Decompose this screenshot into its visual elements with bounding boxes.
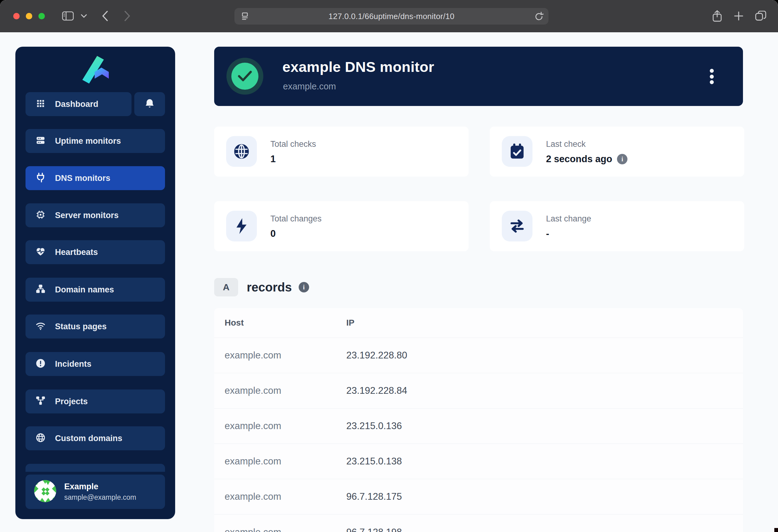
record-type-badge: A <box>214 278 238 296</box>
sidebar-item-label: Dashboard <box>55 99 98 109</box>
ip-cell: 96.7.128.175 <box>346 491 743 502</box>
sidebar-item-label: Server monitors <box>55 211 119 220</box>
host-cell: example.com <box>214 491 346 502</box>
stat-card-last-check: Last check 2 seconds ago i <box>490 126 744 177</box>
browser-toolbar: 127.0.0.1/66uptime/dns-monitor/10 <box>0 0 778 32</box>
user-account-card[interactable]: Example sample@example.com <box>25 474 165 509</box>
reader-icon[interactable] <box>240 11 250 21</box>
browser-window: 127.0.0.1/66uptime/dns-monitor/10 <box>0 0 778 532</box>
info-icon[interactable]: i <box>299 282 309 292</box>
user-email: sample@example.com <box>64 493 136 502</box>
stat-card-total-checks: Total checks 1 <box>214 126 469 177</box>
stat-card-total-changes: Total changes 0 <box>214 201 469 251</box>
zoom-window-button[interactable] <box>38 13 45 19</box>
calendar-check-icon <box>502 136 533 167</box>
records-title: records <box>247 280 292 294</box>
stat-label: Last check <box>546 140 586 149</box>
network-nodes-icon <box>35 395 46 407</box>
sidebar-toggle-icon[interactable] <box>60 8 76 24</box>
ip-cell: 23.192.228.84 <box>346 385 743 396</box>
host-cell: example.com <box>214 456 346 467</box>
sidebar-item-label: Custom domains <box>55 434 122 443</box>
sidebar-item-domain-names[interactable]: Domain names <box>25 278 165 301</box>
sidebar-item-custom-domains[interactable]: Custom domains <box>25 426 165 450</box>
table-header-row: Host IP <box>214 308 743 338</box>
sidebar-item-projects[interactable]: Projects <box>25 389 165 414</box>
back-icon[interactable] <box>98 8 112 24</box>
stat-label: Last change <box>546 214 591 224</box>
table-row: example.com 23.215.0.136 <box>214 409 743 444</box>
monitor-header-card: example DNS monitor example.com <box>214 47 743 106</box>
server-stack-icon <box>35 135 46 147</box>
stat-label: Total changes <box>270 214 322 224</box>
sidebar-item-server-monitors[interactable]: Server monitors <box>25 203 165 227</box>
kebab-menu-icon[interactable] <box>705 67 718 86</box>
stat-label: Total checks <box>270 140 316 149</box>
bolt-icon <box>226 211 257 242</box>
close-window-button[interactable] <box>13 13 20 19</box>
ip-cell: 23.215.0.136 <box>346 421 743 432</box>
address-bar[interactable]: 127.0.0.1/66uptime/dns-monitor/10 <box>234 8 548 24</box>
sidebar-item-label: Domain names <box>55 285 114 294</box>
corner-artifact <box>774 528 778 532</box>
ip-cell: 23.215.0.138 <box>346 456 743 467</box>
stat-card-last-change: Last change - <box>490 201 744 251</box>
heart-pulse-icon <box>35 246 46 258</box>
records-section-header: A records i <box>214 278 309 296</box>
table-row: example.com 23.192.228.84 <box>214 373 743 409</box>
plug-icon <box>35 172 46 184</box>
sidebar-item-heartbeats[interactable]: Heartbeats <box>25 240 165 264</box>
chevron-down-icon[interactable] <box>78 8 89 24</box>
sidebar-item-uptime-monitors[interactable]: Uptime monitors <box>25 129 165 153</box>
table-row: example.com 96.7.128.198 <box>214 515 743 532</box>
tab-overview-icon[interactable] <box>752 8 769 24</box>
ip-cell: 23.192.228.80 <box>346 350 743 361</box>
sidebar-item-clipped[interactable] <box>25 464 165 472</box>
host-cell: example.com <box>214 350 346 361</box>
sidebar-item-status-pages[interactable]: Status pages <box>25 315 165 339</box>
sidebar-item-label: Status pages <box>55 322 106 332</box>
column-header-host: Host <box>214 318 346 328</box>
bell-icon <box>144 98 155 110</box>
sidebar-item-label: Projects <box>55 397 88 407</box>
sitemap-icon <box>35 284 46 295</box>
column-header-ip: IP <box>346 318 743 328</box>
monitor-hostname: example.com <box>283 81 336 92</box>
host-cell: example.com <box>214 385 346 396</box>
exclamation-circle-icon <box>35 358 46 370</box>
arrows-right-left-icon <box>502 211 533 242</box>
forward-icon[interactable] <box>121 8 134 24</box>
sidebar-item-label: Heartbeats <box>55 248 98 257</box>
sidebar-item-label: Uptime monitors <box>55 137 121 146</box>
stat-value: 2 seconds ago <box>546 154 612 165</box>
minimize-window-button[interactable] <box>26 13 32 19</box>
stat-value: 0 <box>270 228 276 239</box>
stat-value: - <box>546 228 549 239</box>
new-tab-icon[interactable] <box>730 8 747 24</box>
table-row: example.com 23.215.0.138 <box>214 444 743 479</box>
globe-icon <box>35 433 46 444</box>
sidebar-item-incidents[interactable]: Incidents <box>25 352 165 376</box>
sidebar-item-label: Incidents <box>55 359 92 369</box>
info-icon[interactable]: i <box>617 154 627 164</box>
sidebar-item-dashboard[interactable]: Dashboard <box>25 92 132 116</box>
stat-value: 1 <box>270 154 276 165</box>
share-icon[interactable] <box>709 8 726 24</box>
globe-icon <box>226 136 257 167</box>
reload-icon[interactable] <box>534 11 544 21</box>
wifi-icon <box>35 321 46 332</box>
identicon-avatar <box>34 480 56 504</box>
sidebar-item-dns-monitors[interactable]: DNS monitors <box>25 166 165 190</box>
user-name: Example <box>64 482 136 492</box>
monitor-title: example DNS monitor <box>283 58 434 75</box>
url-text: 127.0.0.1/66uptime/dns-monitor/10 <box>234 12 548 21</box>
check-circle-icon <box>226 58 263 95</box>
records-table: Host IP example.com 23.192.228.80 exampl… <box>214 308 743 532</box>
table-row: example.com 23.192.228.80 <box>214 338 743 373</box>
notifications-button[interactable] <box>134 92 165 116</box>
sidebar-item-label: DNS monitors <box>55 174 110 183</box>
grid-icon <box>35 98 46 110</box>
sidebar: Dashboard Uptime monitors DNS monitors <box>15 47 175 519</box>
ip-cell: 96.7.128.198 <box>346 527 743 532</box>
host-cell: example.com <box>214 527 346 532</box>
